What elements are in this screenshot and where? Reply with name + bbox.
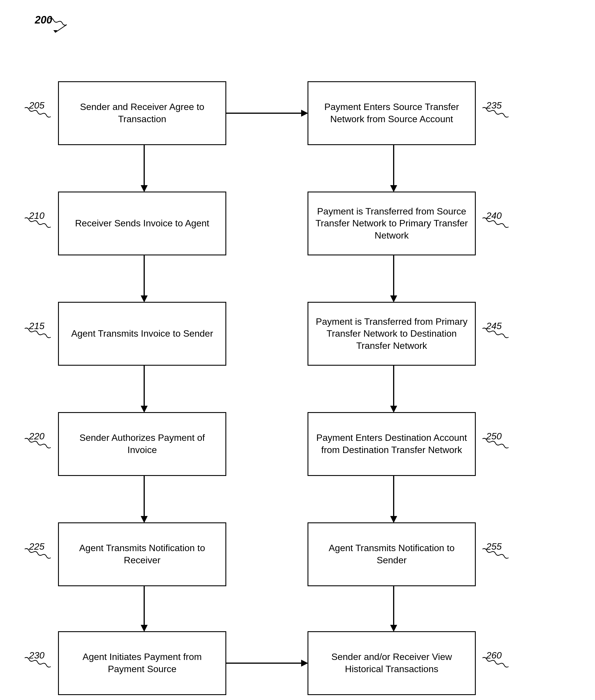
ref-255: 255 bbox=[486, 541, 502, 552]
box-receiver-sends-invoice: Receiver Sends Invoice to Agent bbox=[58, 192, 226, 255]
arrow-225-to-230 bbox=[140, 586, 148, 632]
ref-245: 245 bbox=[486, 321, 502, 331]
box-payment-transferred-primary-destination: Payment is Transferred from Primary Tran… bbox=[308, 302, 476, 366]
box-payment-enters-source: Payment Enters Source Transfer Network f… bbox=[308, 81, 476, 145]
ref-210: 210 bbox=[29, 211, 45, 221]
arrow-215-to-220 bbox=[140, 366, 148, 413]
box-agent-transmits-invoice: Agent Transmits Invoice to Sender bbox=[58, 302, 226, 366]
box-sender-receiver-agree: Sender and Receiver Agree to Transaction bbox=[58, 81, 226, 145]
svg-line-0 bbox=[55, 25, 67, 32]
arrow-240-to-245 bbox=[389, 255, 398, 302]
svg-marker-7 bbox=[141, 406, 148, 413]
svg-marker-9 bbox=[141, 516, 148, 523]
ref-240: 240 bbox=[486, 211, 502, 221]
svg-marker-23 bbox=[301, 110, 308, 117]
arrow-235-to-240 bbox=[389, 145, 398, 192]
box-sender-receiver-view-history: Sender and/or Receiver View Historical T… bbox=[308, 631, 476, 695]
arrow-220-to-225 bbox=[140, 476, 148, 523]
ref-235: 235 bbox=[486, 100, 502, 111]
arrow-245-to-250 bbox=[389, 366, 398, 413]
ref-215: 215 bbox=[29, 321, 45, 331]
arrow-205-to-235 bbox=[226, 109, 308, 117]
svg-marker-11 bbox=[141, 625, 148, 632]
box-agent-transmits-notification-sender: Agent Transmits Notification to Sender bbox=[308, 523, 476, 586]
ref-220: 220 bbox=[29, 431, 45, 442]
arrow-250-to-255 bbox=[389, 476, 398, 523]
svg-marker-17 bbox=[390, 406, 397, 413]
ref-260: 260 bbox=[486, 650, 502, 661]
svg-marker-21 bbox=[390, 625, 397, 632]
svg-marker-3 bbox=[141, 185, 148, 192]
arrow-255-to-260 bbox=[389, 586, 398, 632]
box-payment-transferred-source-primary: Payment is Transferred from Source Trans… bbox=[308, 192, 476, 255]
box-agent-initiates-payment: Agent Initiates Payment from Payment Sou… bbox=[58, 631, 226, 695]
figure-squiggle bbox=[47, 18, 69, 35]
arrow-230-to-260 bbox=[226, 659, 308, 668]
svg-marker-19 bbox=[390, 516, 397, 523]
ref-230: 230 bbox=[29, 650, 45, 661]
box-payment-enters-destination: Payment Enters Destination Account from … bbox=[308, 412, 476, 476]
svg-marker-25 bbox=[301, 660, 308, 667]
svg-marker-13 bbox=[390, 185, 397, 192]
ref-205: 205 bbox=[29, 100, 45, 111]
svg-marker-15 bbox=[390, 296, 397, 302]
ref-250: 250 bbox=[486, 431, 502, 442]
arrow-205-to-210 bbox=[140, 145, 148, 192]
svg-marker-5 bbox=[141, 296, 148, 302]
box-sender-authorizes: Sender Authorizes Payment of Invoice bbox=[58, 412, 226, 476]
diagram-container: 200 Sender and Receiver Agree to Transac… bbox=[0, 0, 595, 700]
box-agent-transmits-notification-receiver: Agent Transmits Notification to Receiver bbox=[58, 523, 226, 586]
ref-225: 225 bbox=[29, 541, 45, 552]
arrow-210-to-215 bbox=[140, 255, 148, 302]
